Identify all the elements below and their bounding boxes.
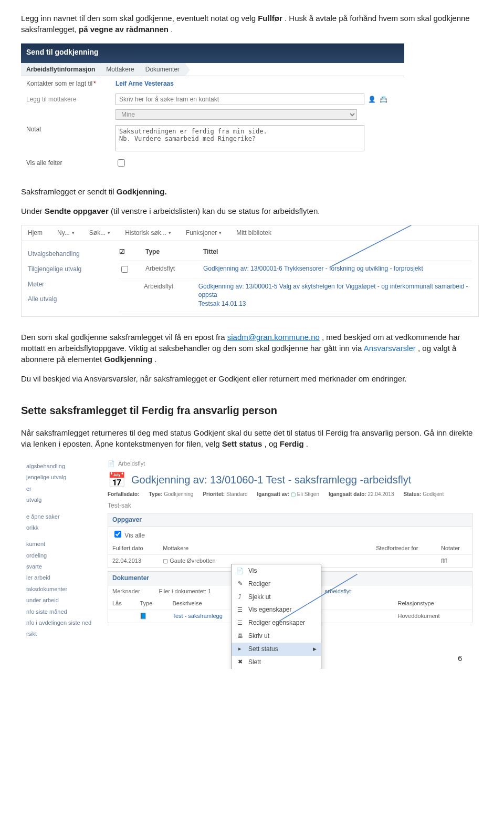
edit-icon: ✎ xyxy=(236,580,244,588)
th-mottakere: Mottakere xyxy=(159,542,237,555)
td-relasjon: Hoveddokument xyxy=(394,610,472,623)
document-icon: 📄 xyxy=(108,460,115,468)
text: Legg inn navnet til den som skal godkjen… xyxy=(21,14,258,23)
side-item[interactable]: algsbehandling xyxy=(26,461,97,472)
side-item[interactable]: ordeling xyxy=(26,550,97,561)
chevron-down-icon: ▾ xyxy=(219,230,222,236)
arrow-line xyxy=(278,574,383,627)
menu-historisk[interactable]: Historisk søk...▾ xyxy=(125,229,171,238)
side-item[interactable]: er xyxy=(26,483,97,494)
addressbook-icon[interactable]: 📇 xyxy=(379,95,387,104)
link-ansvarsvarsler: Ansvarsvarsler xyxy=(364,344,416,353)
side-item[interactable]: rsikt xyxy=(26,628,97,639)
ctx-skrivut[interactable]: 🖶Skriv ut xyxy=(232,630,321,643)
calendar-icon: 📅 xyxy=(108,470,126,490)
td-mottaker: ▢ Gaute Øvrebotten xyxy=(159,555,237,568)
ctx-versjonshistorikk[interactable]: ↻Vis versjonshistorikk xyxy=(232,668,321,669)
section-heading: Sette saksframlegget til Ferdig fra ansv… xyxy=(21,403,483,418)
sidebar-heading: Utvalgsbehandling xyxy=(28,246,107,262)
side-item[interactable]: ler arbeid xyxy=(26,572,97,583)
th-relasjon: Relasjonstype xyxy=(394,597,472,610)
row-type: Arbeidsflyt xyxy=(145,264,203,273)
sidebar-tilgjengelige[interactable]: Tilgjengelige utvalg xyxy=(28,262,107,277)
text-bold: på vegne av rådmannen xyxy=(79,25,169,34)
svg-line-2 xyxy=(278,574,383,622)
side-item[interactable]: kument xyxy=(26,539,97,550)
status-icon: ▸ xyxy=(236,645,244,653)
print-icon: 🖶 xyxy=(236,632,244,640)
screenshot-arbeidsliste: Hjem Ny...▾ Søk...▾ Historisk søk...▾ Fu… xyxy=(21,225,479,317)
breadcrumb: 📄 Arbeidsflyt xyxy=(108,460,472,468)
th-notater: Notater xyxy=(437,542,472,555)
side-item[interactable]: under arbeid xyxy=(26,595,97,606)
paragraph-1: Legg inn navnet til den som skal godkjen… xyxy=(21,13,483,35)
notat-label: Notat xyxy=(26,125,116,134)
merknader-label: Merknader xyxy=(112,587,140,595)
arrow-line xyxy=(207,100,270,121)
paragraph-2: Saksframlegget er sendt til Godkjenning. xyxy=(21,186,483,197)
side-item[interactable]: svarte xyxy=(26,561,97,572)
td-notater: ffff xyxy=(437,555,472,568)
editprops-icon: ☰ xyxy=(236,619,244,627)
required-star: * xyxy=(93,80,96,87)
paragraph-4: Den som skal godkjenne saksframlegget vi… xyxy=(21,332,483,365)
side-item[interactable]: nfo i avdelingen siste ned xyxy=(26,617,97,628)
paragraph-6: Når saksframlegget returneres til deg me… xyxy=(21,427,483,449)
ctx-slett[interactable]: ✖Slett xyxy=(232,656,321,669)
checkout-icon: ⤴ xyxy=(236,593,244,601)
text: . xyxy=(171,25,173,34)
ctx-settstatus[interactable]: ▸Sett status▶ xyxy=(232,643,321,656)
vis-alle-checkbox[interactable] xyxy=(114,531,121,538)
email-link[interactable]: siadm@gran.kommune.no xyxy=(227,333,320,342)
box-header-oppgaver: Oppgaver xyxy=(108,513,472,527)
menu-hjem[interactable]: Hjem xyxy=(28,229,43,238)
svg-line-1 xyxy=(331,225,442,266)
row-title-link[interactable]: Godkjenning av: 13/00001-5 Valg av skyts… xyxy=(198,282,472,308)
leggtil-label: Legg til mottakere xyxy=(26,95,116,104)
side-item[interactable]: utvalg xyxy=(26,494,97,505)
tabs: Arbeidsflytinformasjon Mottakere Dokumen… xyxy=(21,63,404,77)
chevron-down-icon: ▾ xyxy=(169,230,171,236)
sidebar-alle[interactable]: Alle utvalg xyxy=(28,292,107,307)
side-item[interactable]: e åpne saker xyxy=(26,511,97,522)
chevron-down-icon: ▾ xyxy=(108,230,110,236)
col-tittel: Tittel xyxy=(203,247,218,256)
testsak-label: Test-sak xyxy=(108,501,472,510)
side-item[interactable]: jengelige utvalg xyxy=(26,472,97,483)
paragraph-3: Under Sendte oppgaver (til venstre i arb… xyxy=(21,205,483,216)
person-icon[interactable]: 👤 xyxy=(368,95,376,104)
vis-alle-felter-label: Vis alle felter xyxy=(26,159,116,168)
th-las: Lås xyxy=(108,597,135,610)
menu-funksjoner[interactable]: Funksjoner▾ xyxy=(186,229,222,238)
user-icon: ▢ xyxy=(291,491,296,497)
menu-bibliotek[interactable]: Mitt bibliotek xyxy=(236,229,271,238)
dialog-title: Send til godkjenning xyxy=(21,44,404,63)
side-item[interactable]: nfo siste måned xyxy=(26,606,97,617)
col-type: Type xyxy=(145,247,203,256)
paragraph-5: Du vil beskjed via Ansvarsvarsler, når s… xyxy=(21,373,483,384)
filer-label: Filer i dokumentet: 1 xyxy=(159,587,212,595)
vis-alle-felter-checkbox[interactable] xyxy=(118,159,125,167)
tab-arbeidsflytinformasjon[interactable]: Arbeidsflytinformasjon xyxy=(21,63,101,76)
sidebar-moter[interactable]: Møter xyxy=(28,277,107,292)
row-checkbox[interactable] xyxy=(121,266,128,273)
th-fullfort: Fullført dato xyxy=(108,542,159,555)
side-item[interactable]: orikk xyxy=(26,522,97,533)
col-checkbox: ☑ xyxy=(119,247,145,256)
metadata-row: Forfallsdato: Type: Godkjenning Priorite… xyxy=(108,491,472,498)
side-item[interactable]: taksdokumenter xyxy=(26,584,97,595)
tab-dokumenter[interactable]: Dokumenter xyxy=(140,63,185,76)
chevron-down-icon: ▾ xyxy=(72,230,75,236)
th-type: Type xyxy=(135,597,168,610)
word-icon: 📘 xyxy=(135,610,168,623)
notat-textarea[interactable]: Saksutredningen er ferdig fra min side. … xyxy=(116,125,364,151)
delete-icon: ✖ xyxy=(236,658,244,666)
document-title: Godkjenning av: 13/01060-1 Test - saksfr… xyxy=(131,472,411,487)
menu-sok[interactable]: Søk...▾ xyxy=(89,229,110,238)
view-icon: 📄 xyxy=(236,566,244,575)
sidebar: Utvalgsbehandling Tilgjengelige utvalg M… xyxy=(22,241,113,316)
menu-ny[interactable]: Ny...▾ xyxy=(57,229,75,238)
tab-mottakere[interactable]: Mottakere xyxy=(101,63,140,76)
td-date: 22.04.2013 xyxy=(108,555,159,568)
properties-icon: ☰ xyxy=(236,606,244,614)
